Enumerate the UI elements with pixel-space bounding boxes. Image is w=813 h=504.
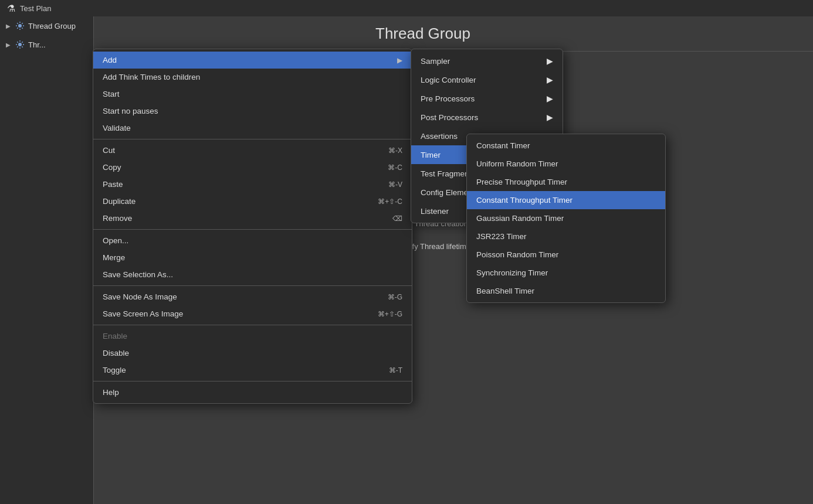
submenu-arrow-pre-processors: ▶ <box>547 94 553 103</box>
menu-item-add-think-times-label: Add Think Times to children <box>103 73 200 81</box>
submenu-arrow-sampler: ▶ <box>547 56 553 66</box>
title-bar-label: Test Plan <box>20 4 51 13</box>
menu-item-duplicate[interactable]: Duplicate ⌘+⇧-C <box>93 193 412 210</box>
menu-item-save-node-image[interactable]: Save Node As Image ⌘-G <box>93 288 412 305</box>
menu-item-disable-label: Disable <box>103 349 129 357</box>
tree-expand-arrow-2: ▶ <box>6 42 12 47</box>
beanshell-timer-label: BeanShell Timer <box>476 287 534 295</box>
submenu-post-processors-label: Post Processors <box>421 113 478 122</box>
gear-icon <box>15 21 25 30</box>
submenu-item-sampler[interactable]: Sampler ▶ <box>411 52 563 70</box>
menu-item-disable[interactable]: Disable <box>93 345 412 362</box>
app-icon: ⚗ <box>7 3 15 14</box>
precise-throughput-timer-label: Precise Throughput Timer <box>476 178 567 186</box>
submenu-assertions-label: Assertions <box>421 132 458 141</box>
menu-item-save-node-image-label: Save Node As Image <box>103 292 177 301</box>
menu-item-open-label: Open... <box>103 236 128 245</box>
submenu-listener-label: Listener <box>421 207 449 216</box>
menu-item-toggle-shortcut: ⌘-T <box>389 366 402 374</box>
separator-5 <box>93 381 412 382</box>
timer-submenu-item-constant-throughput[interactable]: Constant Throughput Timer <box>467 191 665 209</box>
timer-submenu-item-poisson[interactable]: Poisson Random Timer <box>467 246 665 264</box>
gaussian-random-timer-label: Gaussian Random Timer <box>476 214 564 223</box>
svg-point-0 <box>18 24 22 28</box>
menu-item-duplicate-label: Duplicate <box>103 197 136 206</box>
sidebar: ▶ Thread Group ▶ Thr... <box>0 16 94 504</box>
menu-item-add-think-times[interactable]: Add Think Times to children <box>93 69 412 86</box>
menu-item-enable: Enable <box>93 328 412 345</box>
timer-submenu-item-uniform[interactable]: Uniform Random Timer <box>467 155 665 173</box>
context-menu: Add ▶ Add Think Times to children Start … <box>93 49 412 404</box>
sidebar-thread-group-label: Thread Group <box>28 22 76 30</box>
menu-item-help[interactable]: Help <box>93 384 412 401</box>
title-bar: ⚗ Test Plan <box>0 0 813 16</box>
timer-submenu-item-precise[interactable]: Precise Throughput Timer <box>467 173 665 191</box>
menu-item-merge[interactable]: Merge <box>93 249 412 266</box>
menu-item-add[interactable]: Add ▶ <box>93 52 412 69</box>
menu-item-toggle-label: Toggle <box>103 366 126 374</box>
thread-group-title: Thread Group <box>375 25 470 43</box>
jsr223-timer-label: JSR223 Timer <box>476 232 527 241</box>
submenu-item-logic-controller[interactable]: Logic Controller ▶ <box>411 70 563 89</box>
menu-item-paste-shortcut: ⌘-V <box>388 181 402 189</box>
separator-4 <box>93 325 412 325</box>
menu-item-cut-shortcut: ⌘-X <box>388 147 402 155</box>
poisson-random-timer-label: Poisson Random Timer <box>476 250 558 259</box>
menu-item-copy[interactable]: Copy ⌘-C <box>93 159 412 176</box>
menu-item-copy-shortcut: ⌘-C <box>388 164 402 172</box>
gear-icon-2 <box>15 40 25 49</box>
uniform-random-timer-label: Uniform Random Timer <box>476 159 558 168</box>
menu-item-save-selection[interactable]: Save Selection As... <box>93 266 412 283</box>
menu-item-save-node-image-shortcut: ⌘-G <box>388 293 402 301</box>
timer-submenu-item-gaussian[interactable]: Gaussian Random Timer <box>467 209 665 227</box>
constant-timer-label: Constant Timer <box>476 141 530 150</box>
submenu-sampler-label: Sampler <box>421 57 450 66</box>
tree-expand-arrow: ▶ <box>6 23 12 29</box>
menu-item-copy-label: Copy <box>103 163 121 172</box>
submenu-arrow-logic-controller: ▶ <box>547 75 553 84</box>
menu-item-save-selection-label: Save Selection As... <box>103 270 173 279</box>
menu-item-cut[interactable]: Cut ⌘-X <box>93 142 412 159</box>
submenu-pre-processors-label: Pre Processors <box>421 94 475 103</box>
menu-item-save-screen-image[interactable]: Save Screen As Image ⌘+⇧-G <box>93 305 412 322</box>
menu-item-start-label: Start <box>103 90 120 98</box>
sidebar-item-thread-group[interactable]: ▶ Thread Group <box>0 16 93 35</box>
submenu-timer-label: Timer <box>421 151 441 159</box>
menu-item-open[interactable]: Open... <box>93 232 412 249</box>
timer-submenu-item-constant[interactable]: Constant Timer <box>467 137 665 155</box>
menu-item-toggle[interactable]: Toggle ⌘-T <box>93 362 412 379</box>
menu-item-validate[interactable]: Validate <box>93 120 412 137</box>
sidebar-item-thread-group-2[interactable]: ▶ Thr... <box>0 35 93 54</box>
timer-submenu-item-synchronizing[interactable]: Synchronizing Timer <box>467 264 665 282</box>
submenu-item-pre-processors[interactable]: Pre Processors ▶ <box>411 89 563 108</box>
submenu-arrow-add: ▶ <box>397 56 402 64</box>
menu-item-add-label: Add <box>103 56 117 64</box>
separator-1 <box>93 139 412 139</box>
timer-submenu-item-beanshell[interactable]: BeanShell Timer <box>467 282 665 300</box>
submenu-logic-controller-label: Logic Controller <box>421 76 476 84</box>
separator-2 <box>93 229 412 230</box>
menu-item-cut-label: Cut <box>103 146 115 155</box>
menu-item-start[interactable]: Start <box>93 86 412 103</box>
menu-item-enable-label: Enable <box>103 332 127 340</box>
timer-submenu: Constant Timer Uniform Random Timer Prec… <box>466 134 666 303</box>
menu-item-start-no-pauses[interactable]: Start no pauses <box>93 103 412 120</box>
menu-item-start-no-pauses-label: Start no pauses <box>103 107 158 115</box>
menu-item-validate-label: Validate <box>103 124 131 132</box>
menu-item-remove[interactable]: Remove ⌫ <box>93 210 412 227</box>
menu-item-save-screen-image-label: Save Screen As Image <box>103 309 183 318</box>
submenu-item-post-processors[interactable]: Post Processors ▶ <box>411 108 563 127</box>
constant-throughput-timer-label: Constant Throughput Timer <box>476 196 573 205</box>
menu-item-paste-label: Paste <box>103 180 123 189</box>
submenu-test-fragment-label: Test Fragment <box>421 169 471 178</box>
menu-item-paste[interactable]: Paste ⌘-V <box>93 176 412 193</box>
menu-item-remove-label: Remove <box>103 214 132 223</box>
sidebar-thread-group-2-label: Thr... <box>28 40 46 49</box>
synchronizing-timer-label: Synchronizing Timer <box>476 268 548 277</box>
svg-point-1 <box>18 43 22 46</box>
timer-submenu-item-jsr223[interactable]: JSR223 Timer <box>467 227 665 246</box>
menu-item-save-screen-image-shortcut: ⌘+⇧-G <box>378 310 402 318</box>
menu-item-remove-shortcut: ⌫ <box>392 214 402 223</box>
menu-item-duplicate-shortcut: ⌘+⇧-C <box>378 197 402 206</box>
menu-item-merge-label: Merge <box>103 253 125 262</box>
